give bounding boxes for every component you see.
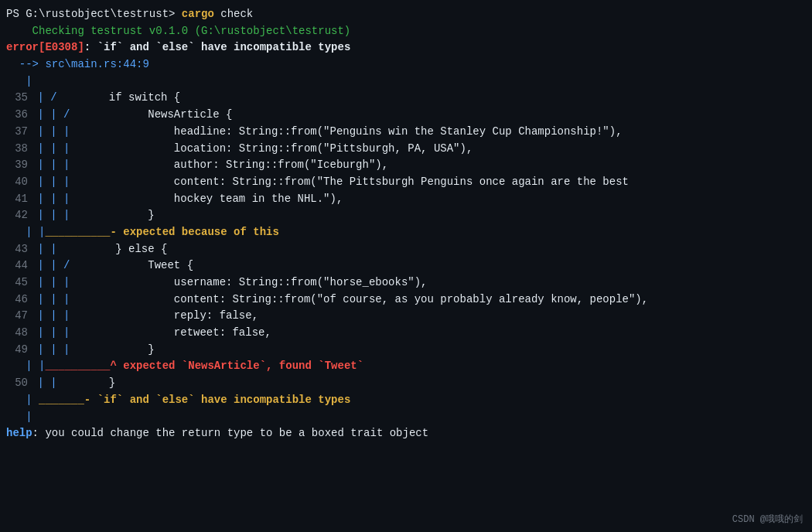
prompt-line: PS G:\rustobject\testrust> cargo check <box>0 6 812 23</box>
line-num-42: 42 <box>6 207 28 224</box>
line-num-47: 47 <box>6 308 28 325</box>
pipe-41c: | <box>63 191 70 208</box>
pipe-40b: | <box>50 174 63 191</box>
line-num-50: 50 <box>6 375 28 392</box>
code-line-35: 35 | / if switch { <box>0 90 812 107</box>
line-num-41: 41 <box>6 191 28 208</box>
pipe-47c: | <box>63 308 70 325</box>
annotation-incompat-text: _______- `if` and `else` have incompatib… <box>39 392 350 409</box>
pipe-46b: | <box>50 292 63 309</box>
code-line-49: 49 | | | } <box>0 342 812 359</box>
code-line-36: 36 | | / NewsArticle { <box>0 107 812 124</box>
code-36: NewsArticle { <box>70 107 232 124</box>
line-num-49: 49 <box>6 342 28 359</box>
code-44: Tweet { <box>70 257 193 275</box>
code-47: reply: false, <box>70 308 258 325</box>
line-num-36: 36 <box>6 107 28 124</box>
code-line-44: 44 | | / Tweet { <box>0 257 812 275</box>
pipe-38c: | <box>63 141 70 158</box>
pipe-48c: | <box>63 325 70 342</box>
code-line-40: 40 | | | content: String::from("The Pitt… <box>0 174 812 191</box>
line-num-35: 35 <box>6 90 28 107</box>
annotation-incompatible-line: | _______- `if` and `else` have incompat… <box>0 392 812 409</box>
pipe-45a: | <box>31 275 50 292</box>
code-48: retweet: false, <box>70 325 271 342</box>
pipe-line-1: | <box>0 73 812 90</box>
code-40: content: String::from("The Pittsburgh Pe… <box>70 174 629 191</box>
code-46: content: String::from("of course, as you… <box>70 292 648 309</box>
slash-44: / <box>63 257 70 275</box>
code-49: } <box>70 342 154 359</box>
arrow-line: --> src\main.rs:44:9 <box>0 56 812 73</box>
code-line-48: 48 | | | retweet: false, <box>0 325 812 342</box>
terminal: PS G:\rustobject\testrust> cargo check C… <box>0 0 812 532</box>
help-label: help <box>6 425 32 442</box>
annotation-incompat-pipe: | <box>6 392 39 409</box>
command-check: check <box>214 6 253 23</box>
error-header-line: error[E0308]: `if` and `else` have incom… <box>0 39 812 56</box>
code-37: headline: String::from("Penguins win the… <box>70 124 622 141</box>
annotation-expected-text: __________- expected because of this <box>45 224 278 241</box>
code-line-46: 46 | | | content: String::from("of cours… <box>0 292 812 309</box>
code-line-50: 50 | | } <box>0 375 812 392</box>
code-50: } <box>57 375 116 392</box>
prompt-text: PS G:\rustobject\testrust> <box>6 6 182 23</box>
pipe-49c: | <box>63 342 70 359</box>
pipe-40c: | <box>63 174 70 191</box>
pipe-41b: | <box>50 191 63 208</box>
pipe-50b: | <box>50 375 56 392</box>
pipe-49a: | <box>31 342 50 359</box>
line-num-37: 37 <box>6 124 28 141</box>
line-num-39: 39 <box>6 157 28 174</box>
line-num-40: 40 <box>6 174 28 191</box>
pipe-35: | <box>31 90 50 107</box>
pipe-36b: | <box>50 107 63 124</box>
error-colon: : <box>84 39 97 56</box>
arrow-text: --> src\main.rs:44:9 <box>6 56 149 73</box>
code-line-37: 37 | | | headline: String::from("Penguin… <box>0 124 812 141</box>
command-cargo: cargo <box>182 6 214 23</box>
code-38: location: String::from("Pittsburgh, PA, … <box>70 141 473 158</box>
code-42: } <box>70 207 154 224</box>
checking-line: Checking testrust v0.1.0 (G:\rustobject\… <box>0 23 812 40</box>
line-num-48: 48 <box>6 325 28 342</box>
line-num-45: 45 <box>6 275 28 292</box>
pipe-45c: | <box>63 275 70 292</box>
pipe-45b: | <box>50 275 63 292</box>
pipe-46a: | <box>31 292 50 309</box>
code-line-45: 45 | | | username: String::from("horse_e… <box>0 275 812 292</box>
pipe-40a: | <box>31 174 50 191</box>
code-39: author: String::from("Iceburgh"), <box>70 157 388 174</box>
pipe-39b: | <box>50 157 63 174</box>
pipe-37c: | <box>63 124 70 141</box>
code-line-41: 41 | | | hockey team in the NHL."), <box>0 191 812 208</box>
pipe-42b: | <box>50 207 63 224</box>
slash-36: / <box>63 107 70 124</box>
pipe-37a: | <box>31 124 50 141</box>
pipe-char: | <box>6 73 32 90</box>
pipe-41a: | <box>31 191 50 208</box>
pipe-43a: | <box>31 241 50 258</box>
code-35: if switch { <box>57 90 181 107</box>
annotation-found-line: | |__________^ expected `NewsArticle`, f… <box>0 358 812 375</box>
pipe-47a: | <box>31 308 50 325</box>
pipe-48a: | <box>31 325 50 342</box>
pipe-44a: | <box>31 257 50 275</box>
help-text: : you could change the return type to be… <box>32 425 428 442</box>
pipe-38a: | <box>31 141 50 158</box>
line-num-46: 46 <box>6 292 28 309</box>
help-line: help: you could change the return type t… <box>0 425 812 442</box>
pipe-42c: | <box>63 207 70 224</box>
code-line-38: 38 | | | location: String::from("Pittsbu… <box>0 141 812 158</box>
pipe-38b: | <box>50 141 63 158</box>
code-line-47: 47 | | | reply: false, <box>0 308 812 325</box>
code-43: } else { <box>57 241 168 258</box>
pipe-43b: | <box>50 241 56 258</box>
pipe-50a: | <box>31 375 50 392</box>
line-num-44: 44 <box>6 257 28 275</box>
pipe-36a: | <box>31 107 50 124</box>
code-41: hockey team in the NHL."), <box>70 191 343 208</box>
pipe-39c: | <box>63 157 70 174</box>
pipe-37b: | <box>50 124 63 141</box>
annotation-found-text: __________^ expected `NewsArticle`, foun… <box>45 358 363 375</box>
